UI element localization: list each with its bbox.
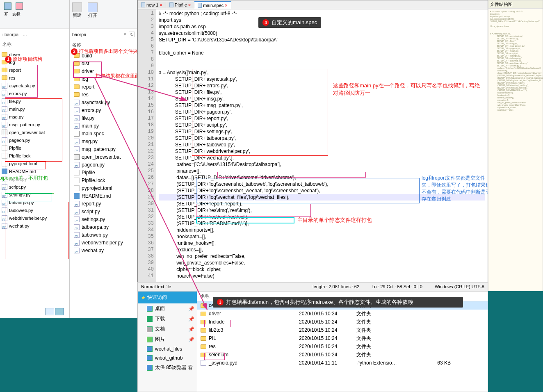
file-name: pageon.py [82,162,105,168]
bat-icon [74,154,80,160]
list-row[interactable]: certifi2020/10/15 10:24文件夹 [197,301,488,310]
file-item[interactable]: pyproject.toml [0,160,69,167]
file-item[interactable]: pageon.py [70,161,137,169]
list-row[interactable]: driver2020/10/15 10:24文件夹 [197,310,488,318]
file-item[interactable]: Pipfile.lock [0,152,69,160]
file-item[interactable]: errors.py [0,89,69,97]
file-item[interactable]: Pipfile [70,169,137,176]
col-name[interactable]: 名称 [201,293,299,299]
file-item[interactable]: log [70,75,137,83]
col-size[interactable] [418,293,451,299]
list-row[interactable]: res2020/10/15 10:24文件夹 [197,342,488,351]
file-item[interactable]: pyproject.toml [70,184,137,192]
viewmode-list[interactable] [45,308,54,315]
file-item[interactable]: open_browser.bat [0,128,69,136]
nav-item[interactable]: 桌面📌 [138,303,197,314]
layout-icon[interactable] [4,2,11,10]
list-row[interactable]: lib2to32020/10/15 10:24文件夹 [197,326,488,334]
file-item[interactable]: driver [0,50,69,58]
file-item[interactable]: webdriverhelper.py [0,214,69,222]
file-item[interactable]: report [70,83,137,91]
file-item[interactable]: msg_pattern.py [70,145,137,153]
file-item[interactable]: report.py [70,200,137,207]
file-item[interactable]: file.py [0,97,69,105]
nav-item[interactable]: wechat_files [138,344,197,353]
py-icon [74,232,80,238]
md-icon [2,169,7,174]
pin-icon: 📌 [188,337,194,342]
status-length: length : 2,081 lines : 62 [313,284,359,289]
py-icon [2,106,7,112]
file-item[interactable]: taiboweb.py [70,231,137,239]
mid-name-header[interactable]: 名称 [70,40,137,50]
file-item[interactable]: taibaorpa.py [0,198,69,206]
file-item[interactable]: taibaorpa.py [70,223,137,231]
left-breadcrumb[interactable]: iibaorpa - … [0,29,69,40]
file-item[interactable]: report.py [0,175,69,183]
open-label[interactable]: 开 [4,11,8,17]
nav-item[interactable]: 文档📌 [138,324,197,334]
file-item[interactable]: driver [70,67,137,75]
grid-icon[interactable] [16,2,23,10]
document-map[interactable]: 文件结构图 # -*- mode: python ; coding: utf-8… [488,0,543,291]
editor-tab[interactable]: new 1× [138,2,166,8]
file-item[interactable]: Pipfile.lock [70,176,137,184]
mid-breadcrumb[interactable]: baorpa ▾ ↻ [70,29,137,40]
file-item[interactable]: settings.py [70,215,137,223]
file-item[interactable]: msg_pattern.py [0,121,69,128]
file-item[interactable]: script.py [70,207,137,215]
list-row[interactable]: Include2020/10/15 10:24文件夹 [197,318,488,326]
file-item[interactable]: pageon.py [0,136,69,144]
open-icon[interactable] [88,2,98,12]
file-item[interactable]: res [0,74,69,82]
file-item[interactable]: asynctask.py [70,98,137,106]
col-type[interactable] [356,293,418,299]
close-icon[interactable]: × [160,2,162,7]
close-icon[interactable]: × [225,3,227,8]
file-item[interactable]: settings.py [0,191,69,198]
new-folder-icon[interactable] [72,2,82,12]
file-item[interactable]: Pipfile [0,144,69,152]
file-item[interactable]: asynctask.py [0,82,69,89]
close-icon[interactable]: × [188,2,191,7]
nav-item[interactable]: wibot_github [138,353,197,362]
doc-icon [141,2,145,7]
file-item[interactable]: msg.py [70,137,137,145]
file-item[interactable]: res [70,91,137,98]
folder-icon [201,312,206,316]
list-row[interactable]: selenium2020/10/15 10:24文件夹 [197,351,488,359]
file-item[interactable]: webdriverhelper.py [70,239,137,246]
file-item[interactable]: file.py [70,114,137,122]
file-item[interactable]: script.py [0,183,69,191]
file-item[interactable]: errors.py [70,106,137,114]
list-row[interactable]: PIL2020/10/15 10:24文件夹 [197,334,488,342]
file-item[interactable]: wechat.py [0,222,69,230]
file-item[interactable]: dist [70,59,137,67]
file-item[interactable]: report [0,66,69,74]
code-text[interactable]: # -*- mode: python ; coding: utf-8 -*-im… [156,9,488,291]
file-item[interactable]: README.md [0,167,69,175]
nav-item[interactable]: 太保 85浏览器 看 [138,362,197,373]
col-date[interactable] [299,293,356,299]
list-row[interactable]: _asyncio.pyd2020/10/14 11:11Python Exten… [197,359,488,367]
file-item[interactable]: log [0,58,69,66]
file-item[interactable]: build [70,52,137,59]
file-item[interactable]: open_browser.bat [70,153,137,161]
refresh-icon[interactable]: ↻ [129,32,135,37]
editor-tab[interactable]: main.spec× [194,1,231,9]
nav-item[interactable]: 下载📌 [138,314,197,324]
file-item[interactable]: main.py [70,122,137,130]
quick-access-header[interactable]: ★快速访问 [138,292,197,303]
file-item[interactable]: README.md [70,192,137,200]
file-item[interactable]: main.spec [70,130,137,137]
nav-item[interactable]: 图片📌 [138,334,197,344]
viewmode-details[interactable] [55,308,64,315]
file-item[interactable]: main.py [0,105,69,113]
file-item[interactable]: wechat.py [70,246,137,254]
file-name: res [9,75,15,80]
file-item[interactable]: taiboweb.py [0,206,69,214]
editor-tab[interactable]: Pipfile× [166,2,194,8]
file-name: asynctask.py [82,100,110,105]
select-label[interactable]: 选择 [12,11,21,17]
file-item[interactable]: msg.py [0,113,69,121]
